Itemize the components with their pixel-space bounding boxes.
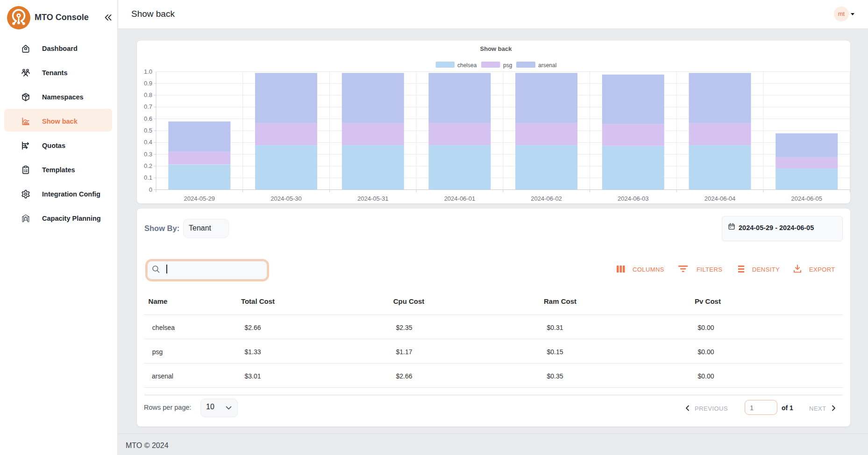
svg-text:2024-06-02: 2024-06-02 xyxy=(531,195,562,202)
svg-text:arsenal: arsenal xyxy=(538,62,556,69)
svg-text:chelsea: chelsea xyxy=(457,62,477,69)
svg-text:Show back: Show back xyxy=(480,45,512,52)
svg-text:0: 0 xyxy=(149,186,152,193)
svg-text:2024-05-30: 2024-05-30 xyxy=(270,195,302,202)
svg-text:2024-06-05: 2024-06-05 xyxy=(791,195,823,202)
svg-text:2024-05-29: 2024-05-29 xyxy=(184,195,215,202)
svg-text:0.9: 0.9 xyxy=(144,80,152,87)
svg-text:0.6: 0.6 xyxy=(144,115,152,122)
svg-text:0.1: 0.1 xyxy=(144,174,152,181)
svg-text:0.8: 0.8 xyxy=(144,91,152,98)
svg-text:2024-06-03: 2024-06-03 xyxy=(618,195,649,202)
svg-text:0.4: 0.4 xyxy=(144,139,152,146)
svg-text:0.3: 0.3 xyxy=(144,151,152,158)
svg-text:1.0: 1.0 xyxy=(144,68,152,75)
svg-text:psg: psg xyxy=(503,62,512,69)
svg-text:2024-05-31: 2024-05-31 xyxy=(357,195,389,202)
svg-text:0.2: 0.2 xyxy=(144,162,152,169)
svg-text:0.7: 0.7 xyxy=(144,103,152,110)
svg-text:2024-06-01: 2024-06-01 xyxy=(444,195,476,202)
svg-text:0.5: 0.5 xyxy=(144,127,152,134)
svg-text:2024-06-04: 2024-06-04 xyxy=(704,195,736,202)
